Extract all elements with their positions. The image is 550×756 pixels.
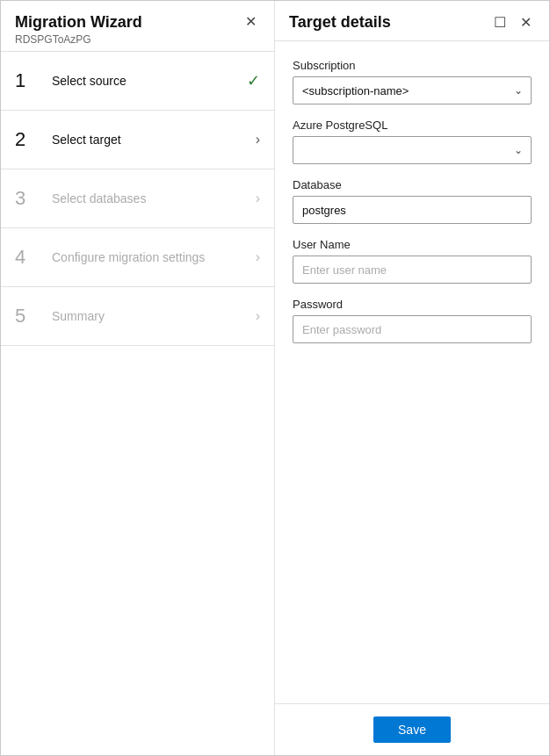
right-panel-title: Target details bbox=[289, 13, 391, 32]
azure-postgresql-select-wrapper: ⌄ bbox=[293, 136, 532, 164]
step-3-chevron-icon: › bbox=[256, 191, 260, 206]
step-2-number: 2 bbox=[15, 128, 41, 151]
subscription-field-group: Subscription <subscription-name> ⌄ bbox=[293, 59, 532, 104]
right-footer: Save bbox=[275, 703, 549, 755]
database-field-group: Database bbox=[293, 178, 532, 224]
database-label: Database bbox=[293, 178, 532, 191]
step-3-label: Select databases bbox=[52, 191, 249, 205]
step-1-check-icon: ✓ bbox=[247, 71, 260, 90]
step-3-number: 3 bbox=[15, 187, 41, 210]
maximize-button[interactable]: ☐ bbox=[490, 14, 510, 32]
right-header: Target details ☐ ✕ bbox=[275, 1, 549, 41]
azure-postgresql-label: Azure PostgreSQL bbox=[293, 119, 532, 132]
step-2-label: Select target bbox=[52, 133, 249, 147]
username-input[interactable] bbox=[293, 256, 532, 284]
wizard-title: Migration Wizard bbox=[15, 13, 142, 32]
step-item-4: 4 Configure migration settings › bbox=[1, 228, 274, 287]
step-5-chevron-icon: › bbox=[256, 308, 260, 324]
subscription-select-wrapper: <subscription-name> ⌄ bbox=[293, 76, 532, 104]
migration-wizard-dialog: Migration Wizard RDSPGToAzPG ✕ 1 Select … bbox=[0, 0, 550, 756]
right-header-actions: ☐ ✕ bbox=[490, 14, 535, 32]
step-item-3: 3 Select databases › bbox=[1, 169, 274, 228]
right-content: Subscription <subscription-name> ⌄ Azure… bbox=[275, 41, 549, 703]
left-close-button[interactable]: ✕ bbox=[242, 13, 260, 31]
step-4-label: Configure migration settings bbox=[52, 250, 249, 264]
save-button[interactable]: Save bbox=[373, 716, 451, 743]
azure-postgresql-field-group: Azure PostgreSQL ⌄ bbox=[293, 119, 532, 164]
subscription-label: Subscription bbox=[293, 59, 532, 72]
step-5-label: Summary bbox=[52, 309, 249, 323]
subscription-select[interactable]: <subscription-name> bbox=[293, 76, 532, 104]
step-item-1[interactable]: 1 Select source ✓ bbox=[1, 52, 274, 111]
password-input[interactable] bbox=[293, 315, 532, 343]
right-close-button[interactable]: ✕ bbox=[517, 14, 535, 32]
azure-postgresql-select[interactable] bbox=[293, 136, 532, 164]
username-label: User Name bbox=[293, 238, 532, 251]
step-1-number: 1 bbox=[15, 69, 41, 92]
step-1-label: Select source bbox=[52, 74, 240, 88]
right-panel: Target details ☐ ✕ Subscription <subscri… bbox=[275, 1, 549, 755]
password-label: Password bbox=[293, 298, 532, 311]
step-4-number: 4 bbox=[15, 246, 41, 269]
step-2-chevron-icon: › bbox=[256, 132, 260, 148]
step-list: 1 Select source ✓ 2 Select target › 3 Se… bbox=[1, 52, 274, 755]
left-panel: Migration Wizard RDSPGToAzPG ✕ 1 Select … bbox=[1, 1, 275, 755]
wizard-subtitle: RDSPGToAzPG bbox=[15, 33, 142, 46]
database-input[interactable] bbox=[293, 196, 532, 224]
step-5-number: 5 bbox=[15, 305, 41, 328]
password-field-group: Password bbox=[293, 298, 532, 343]
username-field-group: User Name bbox=[293, 238, 532, 284]
step-item-5: 5 Summary › bbox=[1, 287, 274, 346]
step-4-chevron-icon: › bbox=[256, 249, 260, 265]
left-header: Migration Wizard RDSPGToAzPG ✕ bbox=[1, 1, 274, 52]
step-item-2[interactable]: 2 Select target › bbox=[1, 111, 274, 169]
